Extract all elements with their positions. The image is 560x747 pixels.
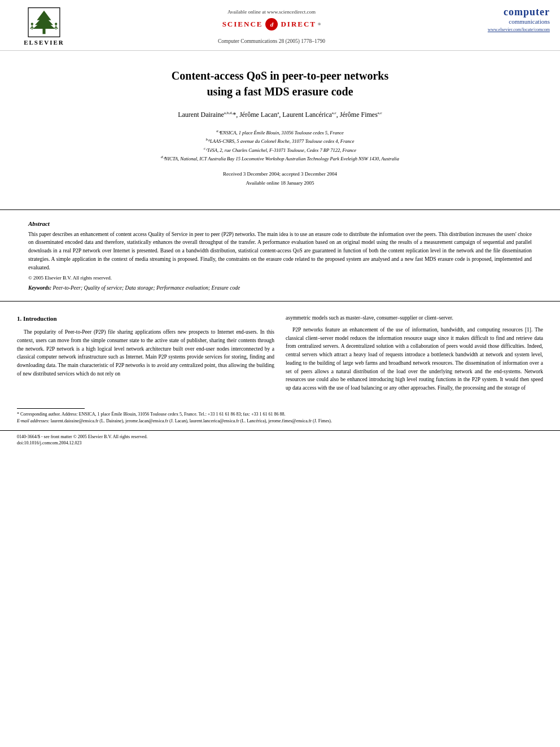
intro-paragraph-3: P2P networks feature an enhancement of t… bbox=[286, 326, 543, 392]
article-title: Content-access QoS in peer-to-peer netwo… bbox=[45, 68, 515, 99]
svg-point-9 bbox=[55, 23, 57, 25]
journal-website: www.elsevier.com/locate/comcom bbox=[488, 27, 550, 32]
available-online-text: Available online at www.sciencedirect.co… bbox=[228, 9, 316, 15]
right-column: asymmetric models such as master–slave, … bbox=[286, 314, 543, 395]
doi-line: doi:10.1016/j.comcom.2004.12.023 bbox=[17, 440, 543, 445]
svg-rect-1 bbox=[42, 28, 45, 34]
abstract-text: This paper describes an enhancement of c… bbox=[28, 230, 532, 272]
two-column-body: 1. Introduction The popularity of Peer-t… bbox=[0, 306, 560, 403]
elsevier-logo-area: ELSEVIER bbox=[10, 7, 78, 46]
journal-logo: computer communications bbox=[504, 7, 550, 25]
left-column: 1. Introduction The popularity of Peer-t… bbox=[17, 314, 274, 395]
svg-point-5 bbox=[31, 23, 33, 25]
abstract-section: Abstract This paper describes an enhance… bbox=[0, 215, 560, 297]
page: ELSEVIER Available online at www.science… bbox=[0, 0, 560, 747]
direct-text: DIRECT bbox=[281, 20, 316, 29]
email-footnote: E-mail addresses: laurent.dairaine@ensic… bbox=[17, 418, 543, 425]
header-divider bbox=[0, 209, 560, 210]
journal-info: Computer Communications 28 (2005) 1778–1… bbox=[218, 38, 325, 44]
copyright: © 2005 Elsevier B.V. All rights reserved… bbox=[28, 275, 532, 281]
body-divider bbox=[0, 301, 560, 302]
elsevier-tree-icon bbox=[27, 7, 61, 38]
sd-circle-icon: d bbox=[265, 18, 278, 30]
affiliations: aᵃENSICA, 1 place Émile Blouin, 31056 To… bbox=[45, 128, 515, 163]
article-header: Content-access QoS in peer-to-peer netwo… bbox=[0, 51, 560, 205]
journal-title: computer bbox=[504, 7, 550, 18]
journal-logo-area: computer communications www.elsevier.com… bbox=[465, 7, 550, 32]
authors: Laurent Dairainea,b,d,*, Jérôme Lacana, … bbox=[45, 110, 515, 120]
section1-title: 1. Introduction bbox=[17, 314, 274, 324]
keywords-label: Keywords: bbox=[28, 285, 51, 291]
science-text: SCIENCE bbox=[222, 20, 263, 29]
footnotes-section: * Corresponding author. Address: ENSICA,… bbox=[0, 408, 560, 425]
elsevier-logo: ELSEVIER bbox=[24, 7, 64, 46]
intro-paragraph-1: The popularity of Peer-to-Peer (P2P) fil… bbox=[17, 328, 274, 378]
journal-subtitle: communications bbox=[504, 18, 550, 25]
page-footer: 0140-3664/$ - see front matter © 2005 El… bbox=[0, 430, 560, 449]
keywords-text: Peer-to-Peer; Quality of service; Data s… bbox=[53, 285, 240, 291]
received-dates: Received 3 December 2004; accepted 3 Dec… bbox=[45, 169, 515, 187]
abstract-title: Abstract bbox=[28, 220, 532, 227]
page-header: ELSEVIER Available online at www.science… bbox=[0, 0, 560, 51]
intro-paragraph-2: asymmetric models such as master–slave, … bbox=[286, 314, 543, 322]
header-center: Available online at www.sciencedirect.co… bbox=[78, 7, 465, 44]
issn-line: 0140-3664/$ - see front matter © 2005 El… bbox=[17, 434, 543, 439]
corresponding-footnote: * Corresponding author. Address: ENSICA,… bbox=[17, 411, 543, 418]
footnote-divider bbox=[17, 408, 85, 409]
keywords-line: Keywords: Peer-to-Peer; Quality of servi… bbox=[28, 285, 532, 291]
sciencedirect-logo: SCIENCE d DIRECT ® bbox=[222, 18, 321, 30]
elsevier-brand-text: ELSEVIER bbox=[24, 39, 64, 46]
